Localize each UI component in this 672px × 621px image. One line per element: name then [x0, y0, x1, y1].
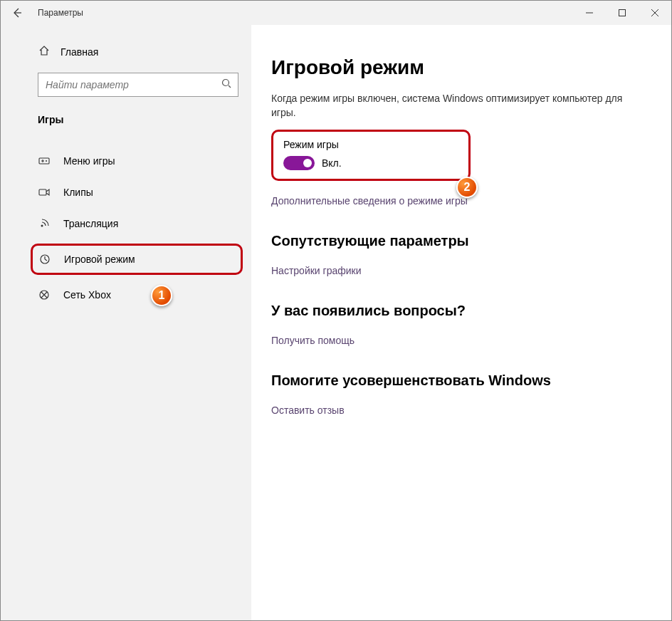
sidebar: Главная Игры Меню игры: [1, 25, 251, 620]
sidebar-item-label: Меню игры: [63, 155, 115, 167]
toggle-row: Вкл.: [283, 156, 458, 170]
back-button[interactable]: [1, 1, 33, 25]
main-content: Игровой режим Когда режим игры включен, …: [251, 25, 671, 620]
broadcasting-icon: [38, 217, 51, 230]
sidebar-item-xbox[interactable]: Сеть Xbox: [1, 279, 251, 310]
get-help-link[interactable]: Получить помощь: [271, 335, 355, 346]
toggle-state-text: Вкл.: [322, 157, 342, 169]
svg-rect-0: [619, 10, 626, 16]
titlebar: Параметры: [1, 1, 671, 25]
sidebar-item-label: Игровой режим: [64, 254, 135, 265]
search-wrap: [38, 73, 238, 97]
close-icon: [651, 9, 658, 16]
arrow-left-icon: [11, 7, 23, 19]
body: Главная Игры Меню игры: [1, 25, 671, 620]
window-title: Параметры: [33, 8, 83, 18]
sidebar-item-label: Клипы: [63, 187, 93, 198]
maximize-icon: [619, 9, 626, 16]
minimize-button[interactable]: [573, 1, 606, 25]
feedback-heading: Помогите усовершенствовать Windows: [271, 372, 650, 389]
svg-point-1: [223, 80, 229, 86]
settings-window: Параметры Главная: [1, 1, 671, 620]
sidebar-item-label: Сеть Xbox: [63, 289, 111, 301]
search-input[interactable]: [38, 73, 238, 97]
annotation-badge-2: 2: [456, 177, 478, 198]
close-button[interactable]: [639, 1, 671, 25]
sidebar-item-label: Главная: [61, 46, 98, 58]
xbox-icon: [38, 288, 51, 301]
feedback-link[interactable]: Оставить отзыв: [271, 405, 345, 416]
svg-point-5: [41, 225, 43, 227]
maximize-button[interactable]: [606, 1, 639, 25]
sidebar-item-broadcasting[interactable]: Трансляция: [1, 208, 251, 239]
questions-heading: У вас появились вопросы?: [271, 303, 650, 319]
toggle-label: Режим игры: [283, 139, 458, 150]
game-mode-icon: [38, 253, 51, 266]
sidebar-item-home[interactable]: Главная: [25, 39, 251, 64]
sidebar-item-gamemode[interactable]: Игровой режим: [31, 244, 243, 275]
home-icon: [38, 45, 51, 58]
minimize-icon: [586, 9, 593, 16]
sidebar-item-label: Трансляция: [63, 218, 118, 229]
search-icon: [221, 78, 231, 91]
game-mode-toggle-block: Режим игры Вкл.: [271, 130, 471, 181]
related-heading: Сопутствующие параметры: [271, 233, 650, 249]
toggle-knob: [303, 159, 312, 167]
sidebar-section-label: Игры: [1, 97, 251, 132]
svg-rect-4: [39, 189, 46, 195]
annotation-badge-1: 1: [151, 285, 172, 306]
svg-point-3: [46, 160, 47, 162]
page-description: Когда режим игры включен, система Window…: [271, 92, 641, 120]
game-bar-icon: [38, 155, 51, 167]
sidebar-item-captures[interactable]: Клипы: [1, 177, 251, 208]
learn-more-link[interactable]: Дополнительные сведения о режиме игры: [271, 195, 468, 207]
captures-icon: [38, 186, 51, 199]
page-title: Игровой режим: [271, 56, 650, 79]
window-controls: [573, 1, 671, 25]
game-mode-toggle[interactable]: [283, 156, 315, 170]
graphics-settings-link[interactable]: Настройки графики: [271, 265, 362, 276]
nav-list: Меню игры Клипы Трансляция: [1, 145, 251, 310]
sidebar-item-gamebar[interactable]: Меню игры: [1, 145, 251, 177]
